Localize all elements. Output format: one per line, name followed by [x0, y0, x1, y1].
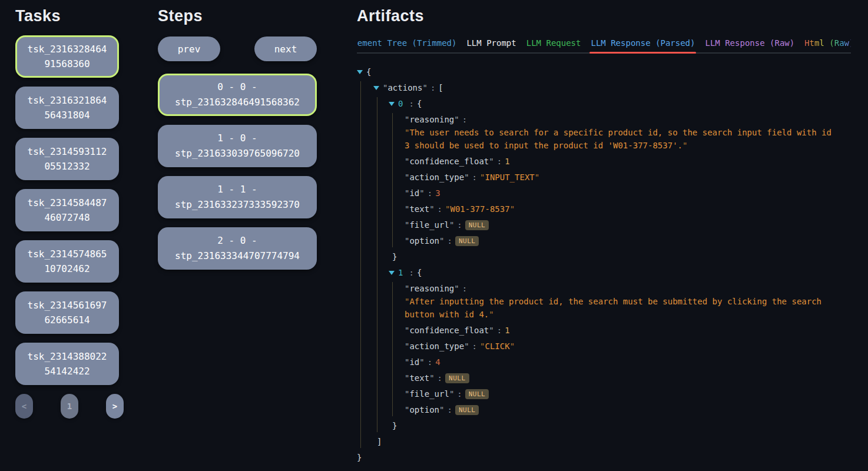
json-field-confidence: confidence_float:1 — [393, 324, 851, 337]
tasks-panel: Tasks tsk_231632846491568360 tsk_2316321… — [0, 0, 143, 471]
json-field-text: text:W01-377-8537 — [393, 203, 851, 215]
json-field-file-url: file_url:NULL — [393, 218, 851, 231]
null-badge: NULL — [455, 236, 479, 246]
task-button[interactable]: tsk_231457486510702462 — [15, 240, 119, 283]
json-key: file_url — [405, 220, 454, 230]
json-key: option — [405, 236, 444, 246]
json-root-close: } — [357, 451, 851, 464]
collapse-icon[interactable] — [357, 70, 363, 74]
action-1-scope: reasoning: After inputting the product i… — [392, 282, 851, 416]
artifacts-title: Artifacts — [357, 7, 851, 25]
task-button[interactable]: tsk_231458448746072748 — [15, 189, 119, 231]
json-field-id: id:3 — [393, 187, 851, 200]
json-field-option: option:NULL — [393, 403, 851, 416]
tab-html-raw[interactable]: Html (Raw) — [804, 38, 851, 48]
json-key: file_url — [405, 389, 454, 399]
json-key: id — [405, 188, 425, 198]
tab-bar: Element Tree (Trimmed) LLM Prompt LLM Re… — [357, 38, 851, 54]
json-string-value: W01-377-8537 — [445, 204, 515, 214]
step-button[interactable]: 1 - 1 - stp_231633237333592370 — [158, 176, 317, 218]
page-number-button[interactable]: 1 — [61, 394, 78, 419]
json-index: 0 — [398, 99, 403, 108]
json-actions-open: actions:[ — [361, 81, 851, 94]
root-scope: actions:[ 0:{ reasoning: The user needs … — [360, 81, 851, 448]
task-button[interactable]: tsk_231632186456431804 — [15, 87, 119, 129]
null-badge: NULL — [445, 373, 469, 383]
json-field-reasoning: reasoning: The user needs to search for … — [393, 113, 851, 152]
json-field-option: option:NULL — [393, 234, 851, 247]
json-key: actions — [383, 83, 428, 92]
tab-llm-response-parsed[interactable]: LLM Response (Parsed) — [591, 38, 695, 48]
json-actions-close: ] — [361, 435, 851, 448]
collapse-icon[interactable] — [389, 102, 395, 106]
page: { "tasks": { "title": "Tasks", "items": … — [0, 0, 868, 471]
artifacts-panel: Artifacts Element Tree (Trimmed) LLM Pro… — [340, 0, 868, 471]
task-button[interactable]: tsk_231632846491568360 — [15, 35, 119, 78]
json-field-text: text:NULL — [393, 372, 851, 384]
json-number-value: 1 — [505, 326, 509, 335]
json-key: text — [405, 204, 435, 214]
task-button[interactable]: tsk_231459311205512332 — [15, 138, 119, 180]
json-number-value: 4 — [435, 357, 440, 367]
task-button[interactable]: tsk_231438802254142422 — [15, 343, 119, 385]
actions-scope: 0:{ reasoning: The user needs to search … — [377, 97, 851, 432]
json-field-confidence: confidence_float:1 — [393, 155, 851, 168]
close-bracket: ] — [377, 437, 382, 446]
json-action-0-close: } — [377, 250, 851, 263]
json-action-0-open: 0:{ — [377, 97, 851, 110]
json-field-action-type: action_type:CLICK — [393, 340, 851, 353]
tab-element-tree[interactable]: Element Tree (Trimmed) — [357, 38, 456, 48]
collapse-icon[interactable] — [373, 86, 379, 90]
json-number-value: 3 — [435, 188, 440, 198]
json-action-1-open: 1:{ — [377, 266, 851, 279]
json-index: 1 — [398, 268, 403, 277]
json-string-value: The user needs to search for a specific … — [405, 126, 837, 152]
close-brace: } — [357, 453, 362, 462]
prev-page-button[interactable]: < — [15, 394, 33, 419]
json-key: reasoning — [405, 115, 459, 124]
json-key: text — [405, 373, 435, 383]
tasks-title: Tasks — [15, 7, 143, 25]
close-brace: } — [392, 421, 397, 430]
steps-title: Steps — [158, 7, 340, 25]
step-nav: prev next — [158, 37, 317, 61]
prev-step-button[interactable]: prev — [158, 37, 220, 61]
close-brace: } — [392, 252, 397, 261]
json-key: confidence_float — [405, 157, 494, 166]
json-root-open: { — [357, 65, 851, 78]
open-brace: { — [417, 99, 422, 108]
json-string-value: INPUT_TEXT — [480, 173, 539, 182]
json-field-id: id:4 — [393, 356, 851, 369]
action-0-scope: reasoning: The user needs to search for … — [392, 113, 851, 247]
next-step-button[interactable]: next — [254, 37, 317, 61]
json-key: confidence_float — [405, 326, 494, 335]
json-key: reasoning — [405, 284, 459, 293]
null-badge: NULL — [455, 405, 479, 415]
tab-llm-prompt[interactable]: LLM Prompt — [466, 38, 516, 48]
next-page-button[interactable]: > — [106, 394, 124, 419]
null-badge: NULL — [465, 389, 489, 399]
tab-llm-request[interactable]: LLM Request — [526, 38, 581, 48]
json-key: action_type — [405, 173, 469, 182]
json-field-reasoning: reasoning: After inputting the product i… — [393, 282, 851, 321]
null-badge: NULL — [465, 220, 489, 230]
json-field-action-type: action_type:INPUT_TEXT — [393, 171, 851, 184]
step-button[interactable]: 2 - 0 - stp_231633344707774794 — [158, 227, 317, 270]
tab-bar-clip: Element Tree (Trimmed) LLM Prompt LLM Re… — [357, 38, 851, 54]
json-key: option — [405, 405, 444, 414]
open-brace: { — [417, 268, 422, 277]
json-string-value: After inputting the product id, the sear… — [405, 295, 837, 321]
step-button[interactable]: 1 - 0 - stp_231633039765096720 — [158, 125, 317, 167]
step-button[interactable]: 0 - 0 - stp_231632846491568362 — [158, 74, 317, 116]
json-key: action_type — [405, 341, 469, 351]
tab-llm-response-raw[interactable]: LLM Response (Raw) — [705, 38, 794, 48]
json-field-file-url: file_url:NULL — [393, 387, 851, 400]
open-bracket: [ — [438, 83, 443, 92]
open-brace: { — [366, 67, 371, 77]
json-action-1-close: } — [377, 419, 851, 432]
steps-panel: Steps prev next 0 - 0 - stp_231632846491… — [143, 0, 340, 471]
json-number-value: 1 — [505, 157, 509, 166]
json-tree: { actions:[ 0:{ reasoning: The user need… — [357, 65, 851, 464]
task-button[interactable]: tsk_231456169762665614 — [15, 291, 119, 334]
collapse-icon[interactable] — [389, 271, 395, 275]
